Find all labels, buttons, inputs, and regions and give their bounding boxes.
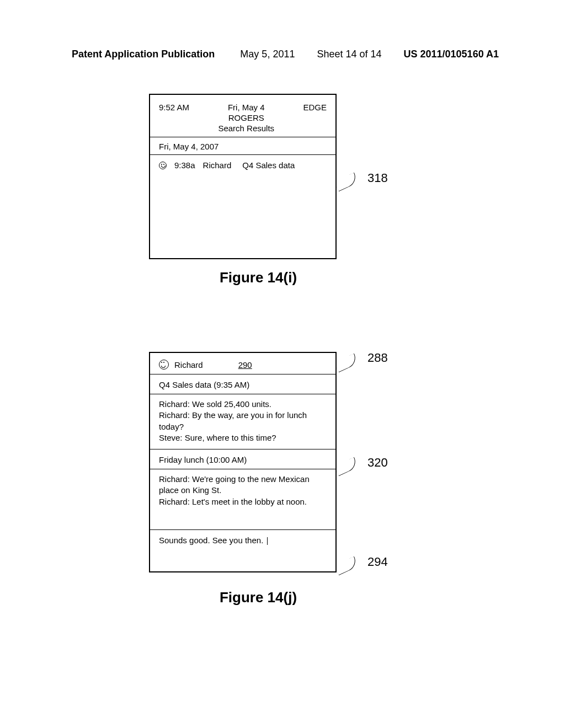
contact-ref-290: 290 [238, 360, 252, 370]
message-input[interactable]: Sounds good. See you then. [150, 529, 335, 550]
callout-294-curve [334, 556, 359, 575]
thread2-title: Friday lunch (10:00 AM) [150, 449, 335, 469]
text-cursor-icon [267, 537, 268, 545]
result-subject: Q4 Sales data [242, 160, 295, 170]
device-screen-j: Richard 290 Q4 Sales data (9:35 AM) Rich… [149, 352, 337, 572]
status-network: EDGE [303, 103, 327, 112]
thread1-line3: Steve: Sure, where to this time? [159, 432, 327, 443]
result-time: 9:38a [174, 160, 195, 170]
publication-label: Patent Application Publication [72, 49, 215, 60]
figure-14j-caption: Figure 14(j) [164, 589, 352, 606]
date-header: Fri, May 4, 2007 [159, 142, 218, 151]
callout-320-curve [334, 457, 359, 476]
publication-number: US 2011/0105160 A1 [404, 49, 499, 60]
publication-date: May 5, 2011 [240, 49, 295, 60]
page-header: Patent Application Publication May 5, 20… [0, 49, 565, 60]
thread1-title: Q4 Sales data (9:35 AM) [150, 374, 335, 394]
contact-icon [159, 360, 169, 370]
callout-320: 320 [367, 456, 388, 470]
screen-title: Search Results [218, 124, 274, 133]
figure-14i-container: 9:52 AM Fri, May 4 ROGERS Search Results… [149, 94, 352, 286]
result-sender: Richard [203, 160, 232, 170]
callout-288: 288 [367, 351, 388, 365]
input-text: Sounds good. See you then. [159, 536, 263, 545]
thread2-line2: Richard: Let's meet in the lobby at noon… [159, 496, 327, 507]
header-right-group: May 5, 2011 Sheet 14 of 14 US 2011/01051… [240, 49, 499, 60]
thread2-messages: Richard: We're going to the new Mexican … [150, 469, 335, 529]
device-screen-i: 9:52 AM Fri, May 4 ROGERS Search Results… [149, 94, 337, 259]
status-date: Fri, May 4 [228, 103, 265, 112]
sheet-number: Sheet 14 of 14 [317, 49, 381, 60]
status-bar: 9:52 AM Fri, May 4 ROGERS Search Results… [150, 95, 335, 137]
thread1-line1: Richard: We sold 25,400 units. [159, 399, 327, 410]
callout-318-curve [334, 172, 359, 191]
thread1-line2: Richard: By the way, are you in for lunc… [159, 410, 327, 432]
callout-294: 294 [367, 555, 388, 569]
contact-name: Richard [174, 360, 203, 370]
callout-288-curve [334, 353, 359, 372]
date-header-row: Fri, May 4, 2007 [150, 137, 335, 155]
figure-14j-container: Richard 290 Q4 Sales data (9:35 AM) Rich… [149, 352, 352, 606]
thread1-title-text: Q4 Sales data (9:35 AM) [159, 380, 249, 389]
figure-14i-caption: Figure 14(i) [164, 269, 352, 286]
contact-header: Richard 290 [150, 353, 335, 374]
thread2-line1: Richard: We're going to the new Mexican … [159, 474, 327, 496]
status-carrier: ROGERS [228, 113, 264, 122]
thread2-title-text: Friday lunch (10:00 AM) [159, 455, 247, 464]
status-time: 9:52 AM [159, 103, 189, 112]
contact-icon [159, 162, 167, 169]
status-center: Fri, May 4 ROGERS Search Results [218, 103, 274, 133]
thread1-messages: Richard: We sold 25,400 units. Richard: … [150, 394, 335, 449]
callout-318: 318 [367, 171, 388, 185]
search-result-row[interactable]: 9:38a Richard Q4 Sales data [150, 155, 335, 175]
